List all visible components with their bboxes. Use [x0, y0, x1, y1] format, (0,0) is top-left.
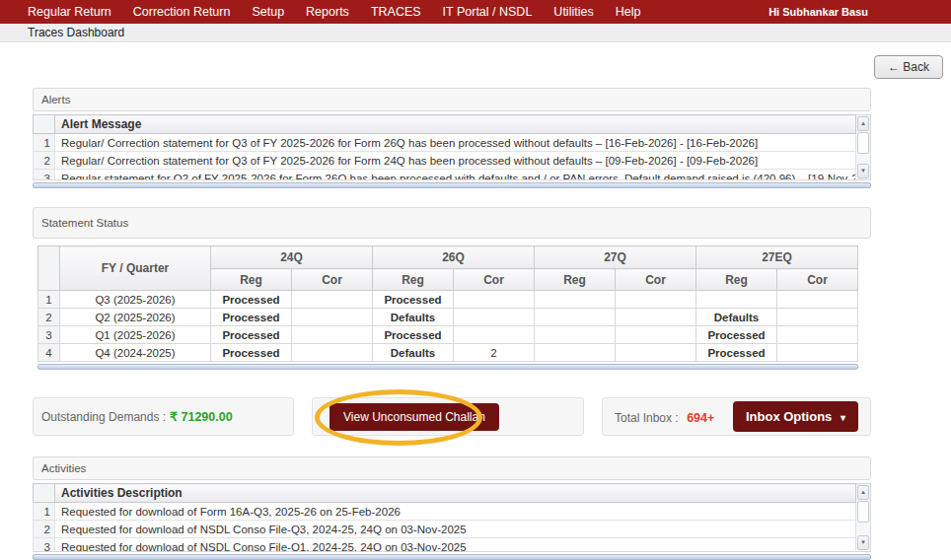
alert-row: 2 Regular/ Correction statement for Q3 o… — [34, 152, 856, 170]
nav-help[interactable]: Help — [605, 0, 652, 24]
alerts-table: Alert Message 1 Regular/ Correction stat… — [33, 114, 856, 180]
activities-vertical-scrollbar[interactable]: ▲ ▼ — [856, 483, 871, 552]
back-button-label: Back — [903, 60, 929, 74]
subheader-27q-reg: Reg — [535, 269, 616, 291]
fy-quarter-cell: Q1 (2025-2026) — [60, 326, 211, 344]
form-group-27q: 27Q — [535, 246, 696, 269]
scrollbar-track[interactable] — [856, 154, 870, 163]
back-row: ← Back — [0, 42, 951, 79]
inbox-options-button[interactable]: Inbox Options ▾ — [733, 401, 858, 432]
form-group-27eq: 27EQ — [696, 246, 858, 269]
row-number: 3 — [34, 170, 55, 181]
nav-it-portal-nsdl[interactable]: IT Portal / NSDL — [432, 0, 544, 24]
status-cell-26q-reg: Defaults — [373, 309, 454, 326]
row-number: 2 — [34, 521, 55, 538]
activity-description: Requested for download of NSDL Conso Fil… — [55, 521, 856, 538]
nav-utilities[interactable]: Utilities — [543, 0, 604, 24]
back-button[interactable]: ← Back — [874, 55, 943, 79]
back-arrow-icon: ← — [888, 60, 900, 74]
status-cell-24q-cor — [292, 309, 373, 326]
nav-regular-return[interactable]: Regular Return — [17, 0, 122, 24]
activities-section: Activities Activities Description 1 Req — [33, 456, 871, 560]
activity-row: 1 Requested for download of Form 16A-Q3,… — [34, 503, 856, 521]
row-number: 3 — [34, 538, 55, 553]
scroll-down-icon[interactable]: ▼ — [857, 164, 869, 178]
scrollbar-thumb[interactable] — [857, 132, 869, 154]
nav-setup[interactable]: Setup — [241, 0, 295, 24]
row-number: 3 — [38, 326, 60, 344]
scroll-up-icon[interactable]: ▲ — [857, 485, 869, 500]
status-cell-26q-cor — [454, 326, 535, 344]
status-cell-27q-cor — [616, 326, 696, 344]
nav-reports[interactable]: Reports — [295, 0, 360, 24]
status-cell-26q-cor — [454, 291, 535, 309]
activity-row: 2 Requested for download of NSDL Conso F… — [34, 521, 856, 538]
activity-row: 3 Requested for download of NSDL Conso F… — [34, 538, 856, 553]
top-navigation: Regular Return Correction Return Setup R… — [0, 0, 951, 24]
view-unconsumed-challan-button[interactable]: View Unconsumed Challan — [329, 403, 499, 431]
status-cell-24q-reg: Processed — [211, 291, 292, 309]
fy-quarter-cell: Q4 (2024-2025) — [60, 344, 211, 362]
alert-message: Regular statement for Q2 of FY 2025-2026… — [55, 170, 856, 181]
total-inbox-count: 694+ — [687, 411, 714, 425]
status-cell-24q-reg: Processed — [211, 309, 292, 326]
status-cell-26q-reg: Defaults — [373, 344, 454, 362]
scrollbar-track[interactable] — [856, 523, 870, 534]
status-cell-26q-reg: Processed — [373, 326, 454, 344]
status-cell-27q-reg — [535, 291, 616, 309]
breadcrumb-bar: Traces Dashboard — [0, 24, 951, 42]
scrollbar-thumb[interactable] — [857, 501, 869, 523]
total-inbox-box: Total Inbox : 694+ Inbox Options ▾ — [602, 397, 871, 436]
nav-traces[interactable]: TRACES — [360, 0, 432, 24]
status-cell-27eq-cor — [777, 344, 858, 362]
row-number: 4 — [38, 344, 60, 362]
statement-status-section: Statement Status FY / Quarter 24Q 26Q 27… — [33, 207, 871, 370]
alerts-section: Alerts Alert Message 1 Regular/ Correct — [33, 88, 871, 188]
inbox-options-label: Inbox Options — [746, 409, 832, 424]
subheader-26q-reg: Reg — [373, 269, 454, 291]
caret-down-icon: ▾ — [841, 412, 845, 423]
activity-description: Requested for download of NSDL Conso Fil… — [55, 538, 856, 553]
status-cell-27q-cor — [616, 309, 696, 326]
alerts-column-header: Alert Message — [55, 115, 856, 134]
row-number: 1 — [34, 503, 55, 521]
activities-column-header: Activities Description — [55, 484, 856, 503]
activity-description: Requested for download of Form 16A-Q3, 2… — [55, 503, 856, 521]
status-cell-27q-reg — [535, 344, 616, 362]
alert-message: Regular/ Correction statement for Q3 of … — [55, 152, 856, 170]
alerts-vertical-scrollbar[interactable]: ▲ ▼ — [856, 114, 871, 180]
alert-message: Regular/ Correction statement for Q3 of … — [55, 134, 856, 152]
statement-row: 2 Q2 (2025-2026) Processed Defaults Defa… — [38, 309, 858, 326]
scroll-up-icon[interactable]: ▲ — [857, 116, 869, 131]
subheader-27eq-cor: Cor — [777, 269, 858, 291]
row-number: 1 — [34, 134, 55, 152]
subheader-27q-cor: Cor — [616, 269, 696, 291]
status-cell-27eq-reg: Processed — [696, 326, 777, 344]
activities-corner-header — [34, 484, 55, 503]
status-cell-24q-reg: Processed — [211, 344, 292, 362]
subheader-26q-cor: Cor — [454, 269, 535, 291]
status-cell-27eq-reg: Defaults — [696, 309, 777, 326]
form-group-26q: 26Q — [373, 246, 535, 269]
status-cell-24q-reg: Processed — [211, 326, 292, 344]
alerts-corner-header — [34, 115, 55, 134]
fy-quarter-cell: Q3 (2025-2026) — [60, 291, 211, 309]
alerts-table-viewport: Alert Message 1 Regular/ Correction stat… — [33, 114, 856, 180]
alerts-horizontal-scrollbar[interactable] — [33, 182, 871, 188]
subheader-27eq-reg: Reg — [696, 269, 777, 291]
alert-row: 1 Regular/ Correction statement for Q3 o… — [34, 134, 856, 152]
status-cell-26q-cor: 2 — [454, 344, 535, 362]
status-cell-27eq-cor — [777, 326, 858, 344]
statement-row: 4 Q4 (2024-2025) Processed Defaults 2 Pr… — [38, 344, 858, 362]
activities-horizontal-scrollbar[interactable] — [33, 554, 871, 560]
scroll-down-icon[interactable]: ▼ — [857, 535, 869, 550]
statement-row: 3 Q1 (2025-2026) Processed Processed Pro… — [38, 326, 858, 344]
status-cell-27eq-cor — [777, 291, 858, 309]
status-cell-24q-cor — [292, 326, 373, 344]
nav-correction-return[interactable]: Correction Return — [122, 0, 242, 24]
activities-title: Activities — [33, 456, 871, 480]
subheader-24q-cor: Cor — [292, 269, 373, 291]
statement-status-table: FY / Quarter 24Q 26Q 27Q 27EQ Reg Cor Re… — [37, 245, 858, 362]
statement-horizontal-scrollbar[interactable] — [37, 364, 858, 370]
statement-status-title: Statement Status — [33, 207, 871, 239]
